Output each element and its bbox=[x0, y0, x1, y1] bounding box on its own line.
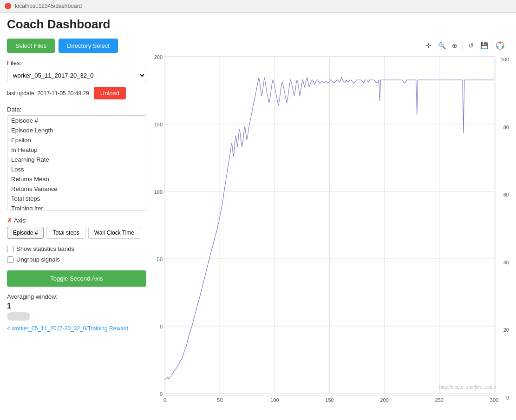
browser-url: localhost:12345/dashboard bbox=[15, 3, 82, 9]
svg-point-2 bbox=[502, 46, 504, 48]
list-item[interactable]: Epsilon bbox=[7, 135, 146, 145]
ungroup-signals-checkbox[interactable] bbox=[7, 256, 13, 263]
settings-icon[interactable] bbox=[495, 40, 505, 51]
svg-point-3 bbox=[497, 46, 499, 48]
axis-btn-wall-clock[interactable]: Wall-Clock Time bbox=[88, 227, 140, 239]
list-item[interactable]: Episode # bbox=[7, 116, 146, 125]
reset-icon[interactable]: ↺ bbox=[466, 40, 476, 51]
avg-window-value: 1 bbox=[7, 302, 146, 310]
toggle-second-axis-button[interactable]: Toggle Second Axis bbox=[7, 270, 146, 287]
pan-icon[interactable]: ✛ bbox=[424, 40, 434, 51]
last-update-row: last update: 2017-11-05 20:48:29 Unload bbox=[7, 87, 146, 99]
zoom-icon[interactable]: 🔍 bbox=[437, 40, 447, 51]
signal-link[interactable]: < worker_05_11_2017-20_32_0/Training Rew… bbox=[7, 325, 146, 332]
chart-svg: 200 150 100 50 0 0 0 50 100 150 200 250 … bbox=[151, 54, 509, 403]
svg-text:http://blog.c...net/jim...uoju: http://blog.c...net/jim...uojun bbox=[439, 385, 496, 390]
select-files-button[interactable]: Select Files bbox=[7, 39, 55, 53]
svg-text:200: 200 bbox=[380, 397, 388, 403]
page-title: Coach Dashboard bbox=[7, 17, 509, 32]
avg-window-slider[interactable] bbox=[7, 312, 30, 321]
y-axis-right: 100 80 60 40 20 0 bbox=[495, 54, 509, 403]
last-update-text: last update: 2017-11-05 20:48:29 bbox=[7, 90, 89, 97]
axis-buttons: Episode # Total steps Wall-Clock Time bbox=[7, 227, 146, 239]
content-row: Select Files Directory Select Files: wor… bbox=[7, 39, 509, 403]
x-axis-section: ✗ Axis: Episode # Total steps Wall-Clock… bbox=[7, 217, 146, 239]
browser-icon bbox=[5, 3, 11, 9]
ungroup-signals-label: Ungroup signals bbox=[16, 256, 60, 263]
list-item[interactable]: Loss bbox=[7, 164, 146, 174]
show-statistics-checkbox[interactable] bbox=[7, 246, 13, 252]
toolbar-divider-2 bbox=[492, 41, 492, 50]
y-axis-right-80: 80 bbox=[503, 125, 509, 130]
checkbox-row-statistics: Show statistics bands bbox=[7, 245, 146, 252]
file-dropdown[interactable]: worker_05_11_2017-20_32_0 bbox=[7, 69, 146, 82]
x-icon: ✗ bbox=[7, 217, 12, 224]
avg-window-section: Averaging window: 1 bbox=[7, 293, 146, 321]
svg-rect-4 bbox=[165, 57, 495, 396]
file-select-row: worker_05_11_2017-20_32_0 bbox=[7, 69, 146, 82]
svg-point-1 bbox=[499, 42, 501, 44]
checkbox-row-ungroup: Ungroup signals bbox=[7, 256, 146, 263]
browser-bar: localhost:12345/dashboard bbox=[0, 0, 516, 13]
list-item[interactable]: Episode Length bbox=[7, 125, 146, 135]
chart-wrapper: 200 150 100 50 0 0 0 50 100 150 200 250 … bbox=[151, 54, 509, 403]
list-item[interactable]: Returns Variance bbox=[7, 184, 146, 194]
x-axis-text: Axis: bbox=[14, 217, 27, 224]
svg-text:0: 0 bbox=[163, 397, 166, 403]
checkbox-section: Show statistics bands Ungroup signals bbox=[7, 245, 146, 263]
svg-text:50: 50 bbox=[217, 397, 222, 403]
list-item[interactable]: Training Iter bbox=[7, 203, 146, 210]
crosshair-icon[interactable]: ⊕ bbox=[450, 40, 460, 51]
data-label: Data: bbox=[7, 106, 146, 113]
data-list-container[interactable]: Episode # Episode Length Epsilon In Heat… bbox=[7, 115, 146, 210]
files-label: Files: bbox=[7, 59, 146, 66]
y-axis-right-0: 0 bbox=[506, 395, 509, 400]
main-container: Coach Dashboard Select Files Directory S… bbox=[0, 13, 516, 407]
list-item[interactable]: Learning Rate bbox=[7, 155, 146, 164]
svg-text:250: 250 bbox=[435, 397, 444, 403]
svg-text:100: 100 bbox=[270, 397, 279, 403]
data-list: Episode # Episode Length Epsilon In Heat… bbox=[7, 116, 146, 210]
list-item[interactable]: Returns Mean bbox=[7, 174, 146, 184]
list-item[interactable]: Total steps bbox=[7, 194, 146, 203]
svg-text:200: 200 bbox=[154, 54, 163, 60]
svg-text:50: 50 bbox=[157, 256, 163, 262]
chart-toolbar: ✛ 🔍 ⊕ ↺ 💾 bbox=[151, 39, 509, 52]
y-axis-right-60: 60 bbox=[503, 192, 509, 197]
svg-text:150: 150 bbox=[154, 122, 163, 127]
svg-text:0: 0 bbox=[160, 391, 163, 397]
right-panel: ✛ 🔍 ⊕ ↺ 💾 bbox=[151, 39, 509, 403]
y-axis-right-100: 100 bbox=[501, 57, 509, 62]
svg-text:150: 150 bbox=[325, 397, 333, 403]
toolbar-divider-1 bbox=[463, 41, 463, 50]
x-axis-label: ✗ Axis: bbox=[7, 217, 146, 224]
svg-text:0: 0 bbox=[160, 324, 163, 329]
file-buttons-row: Select Files Directory Select bbox=[7, 39, 146, 53]
unload-button[interactable]: Unload bbox=[94, 87, 126, 99]
y-axis-right-40: 40 bbox=[503, 260, 509, 265]
axis-btn-total-steps[interactable]: Total steps bbox=[46, 227, 85, 239]
y-axis-right-20: 20 bbox=[503, 327, 509, 333]
select-directory-button[interactable]: Directory Select bbox=[59, 39, 118, 53]
list-item[interactable]: In Heatup bbox=[7, 145, 146, 155]
axis-btn-episode[interactable]: Episode # bbox=[7, 227, 44, 239]
svg-text:100: 100 bbox=[154, 189, 163, 195]
save-icon[interactable]: 💾 bbox=[479, 40, 489, 51]
show-statistics-label: Show statistics bands bbox=[16, 245, 74, 252]
left-panel: Select Files Directory Select Files: wor… bbox=[7, 39, 146, 403]
avg-window-label: Averaging window: bbox=[7, 293, 146, 300]
